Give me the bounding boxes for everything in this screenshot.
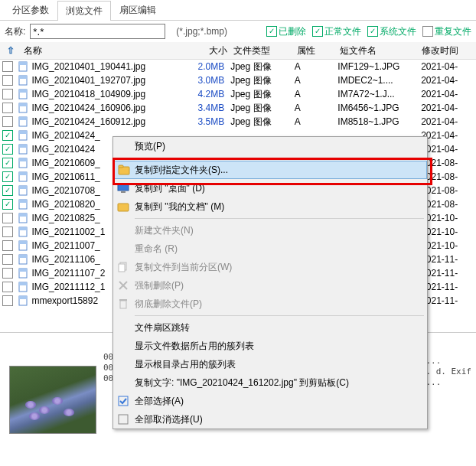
file-icon [18, 116, 30, 128]
file-size: 2.0MB [181, 60, 227, 73]
col-short[interactable]: 短文件名 [337, 43, 419, 59]
file-icon [18, 185, 30, 197]
tab-sector-edit[interactable]: 扇区编辑 [111, 0, 165, 20]
menu-show-root-clusters[interactable]: 显示根目录占用的簇列表 [113, 355, 427, 373]
row-checkbox[interactable]: ✓ [0, 158, 15, 168]
table-row[interactable]: IMG_20210401_190441.jpg2.0MBJpeg 图像AIMF1… [0, 60, 476, 73]
desktop-icon [116, 183, 130, 194]
check-icon [116, 396, 130, 406]
file-name: IMG_20211112_1 [31, 282, 105, 292]
row-checkbox[interactable]: ✓ [0, 130, 15, 141]
table-row[interactable]: IMG_20210418_104909.jpg4.2MBJpeg 图像AIM7A… [0, 87, 476, 101]
menu-copy-to-folder[interactable]: 复制到指定文件夹(S)... [113, 161, 427, 179]
row-checkbox[interactable] [0, 89, 15, 99]
menu-copy-text[interactable]: 复制文字: "IMG_20210424_161202.jpg" 到剪贴板(C) [113, 373, 427, 392]
row-checkbox[interactable] [0, 282, 15, 292]
table-row[interactable]: IMG_20210424_160912.jpg3.5MBJpeg 图像AIM85… [0, 115, 476, 129]
svg-rect-25 [19, 227, 27, 230]
up-arrow-icon[interactable]: ⇧ [7, 45, 15, 56]
file-mtime: 2021-04- [418, 73, 476, 87]
menu-select-all[interactable]: 全部选择(A) [113, 392, 427, 410]
file-name: IMG_20210424_ [31, 130, 99, 141]
menu-copy-desktop[interactable]: 复制到 "桌面" (D) [113, 179, 427, 197]
svg-rect-31 [19, 269, 27, 272]
row-checkbox[interactable] [0, 295, 15, 306]
chk-system[interactable]: ✓系统文件 [367, 25, 416, 38]
file-name: IMG_20210401_190441.jpg [31, 61, 145, 72]
menu-preview[interactable]: 预览(P) [113, 137, 427, 155]
tab-browse-files[interactable]: 浏览文件 [57, 1, 111, 21]
svg-rect-29 [19, 255, 27, 258]
file-icon [18, 103, 30, 114]
row-checkbox[interactable] [0, 213, 15, 223]
svg-rect-7 [19, 103, 27, 106]
file-attr: A [292, 101, 334, 115]
file-shortname: IM6456~1.JPG [334, 101, 418, 115]
row-checkbox[interactable] [0, 103, 15, 113]
menu-copy-docs[interactable]: 复制到 "我的文档" (M) [113, 197, 427, 216]
row-checkbox[interactable]: ✓ [0, 144, 15, 155]
delete-icon [116, 281, 130, 290]
col-name[interactable]: 名称 [21, 43, 184, 59]
file-icon [18, 240, 30, 252]
file-name: IMG_20211002_1 [31, 226, 105, 237]
chk-deleted[interactable]: ✓已删除 [266, 25, 306, 38]
row-checkbox[interactable] [0, 226, 15, 237]
file-icon [18, 213, 30, 224]
svg-rect-35 [19, 296, 27, 299]
file-mtime: 2021-04- [418, 115, 476, 129]
extension-hint: (*.jpg;*.bmp) [176, 26, 227, 37]
row-checkbox[interactable] [0, 268, 15, 279]
context-menu: 预览(P) 复制到指定文件夹(S)... 复制到 "桌面" (D) 复制到 "我… [112, 136, 428, 429]
menu-sector-jump[interactable]: 文件扇区跳转 [113, 318, 427, 337]
name-filter-input[interactable] [30, 24, 165, 39]
image-thumbnail[interactable] [9, 366, 96, 434]
row-checkbox[interactable]: ✓ [0, 199, 15, 210]
table-row[interactable]: IMG_20210401_192707.jpg3.0MBJpeg 图像AIMDE… [0, 73, 476, 87]
svg-rect-27 [19, 241, 27, 244]
row-checkbox[interactable]: ✓ [0, 171, 15, 182]
file-icon [18, 282, 30, 293]
col-mtime[interactable]: 修改时间 [419, 43, 476, 59]
trash-icon [116, 298, 130, 309]
menu-deselect-all[interactable]: 全部取消选择(U) [113, 410, 427, 429]
svg-rect-37 [119, 165, 123, 168]
file-mtime: 2021-04- [418, 101, 476, 115]
table-row[interactable]: IMG_20210424_160906.jpg3.4MBJpeg 图像AIM64… [0, 101, 476, 115]
file-name: IMG_20210708_ [31, 185, 99, 196]
file-icon [18, 295, 30, 307]
svg-rect-13 [19, 145, 27, 148]
row-checkbox[interactable]: ✓ [0, 185, 15, 196]
col-type[interactable]: 文件类型 [230, 43, 294, 59]
file-name: IMG_20210424_160906.jpg [31, 103, 145, 113]
svg-rect-21 [19, 200, 27, 203]
file-shortname: IMDEC2~1.... [334, 73, 418, 87]
chk-repeat[interactable]: 重复文件 [422, 25, 471, 38]
file-shortname: IM7A72~1.J... [334, 87, 418, 101]
col-size[interactable]: 大小 [184, 43, 231, 59]
row-checkbox[interactable] [0, 240, 15, 251]
menu-show-clusters[interactable]: 显示文件数据所占用的簇列表 [113, 337, 427, 355]
svg-rect-3 [19, 76, 27, 79]
table-header: ⇧ 名称 大小 文件类型 属性 短文件名 修改时间 [0, 42, 476, 60]
row-checkbox[interactable] [0, 254, 15, 265]
file-name: mmexport15892 [31, 295, 98, 306]
svg-rect-46 [119, 299, 127, 301]
svg-rect-40 [118, 204, 129, 211]
file-name: IMG_20210418_104909.jpg [31, 89, 145, 99]
svg-rect-19 [19, 186, 27, 189]
file-icon [18, 171, 30, 183]
file-size: 4.2MB [181, 87, 227, 101]
file-name: IMG_20211007_ [31, 240, 99, 251]
file-name: IMG_20210609_ [31, 158, 99, 168]
col-attr[interactable]: 属性 [294, 43, 337, 59]
row-checkbox[interactable] [0, 75, 15, 86]
row-checkbox[interactable] [0, 61, 15, 72]
row-checkbox[interactable] [0, 116, 15, 127]
file-type: Jpeg 图像 [227, 114, 292, 130]
file-name: IMG_20210611_ [31, 171, 99, 182]
chk-normal[interactable]: ✓正常文件 [312, 25, 361, 38]
tab-partition-params[interactable]: 分区参数 [4, 0, 57, 20]
file-icon [18, 158, 30, 169]
svg-rect-1 [19, 62, 27, 65]
